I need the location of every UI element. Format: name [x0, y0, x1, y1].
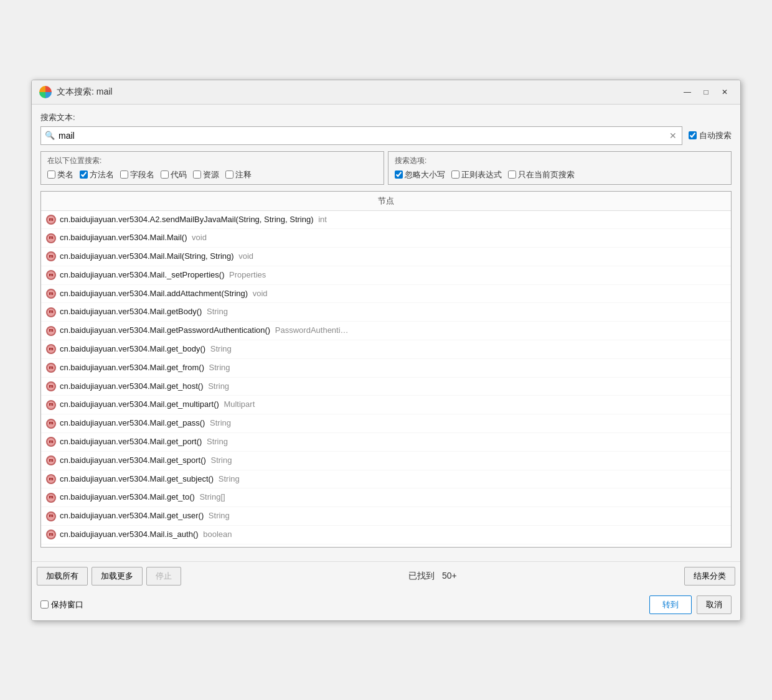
table-row[interactable]: m cn.baidujiayuan.ver5304.Mail.Mail(Stri…: [41, 248, 731, 266]
load-more-button[interactable]: 加载更多: [92, 567, 143, 586]
result-path: cn.baidujiayuan.ver5304.Mail.get_user(): [60, 510, 204, 523]
table-row[interactable]: m cn.baidujiayuan.ver5304.Mail.addAttach…: [41, 285, 731, 304]
result-path: cn.baidujiayuan.ver5304.Mail.is_auth(): [60, 528, 199, 541]
window-title: 文本搜索: mail: [57, 86, 112, 98]
checkbox-ignore-case[interactable]: 忽略大小写: [395, 169, 445, 180]
checkbox-ignore-case-input[interactable]: [395, 170, 403, 179]
found-prefix: 已找到: [408, 571, 435, 581]
app-icon: [39, 86, 52, 98]
result-path: cn.baidujiayuan.ver5304.Mail.get_subject…: [60, 473, 214, 486]
result-path: cn.baidujiayuan.ver5304.Mail.get_from(): [60, 362, 204, 375]
restore-button[interactable]: □: [698, 85, 714, 99]
table-row[interactable]: m cn.baidujiayuan.ver5304.Mail.get_user(…: [41, 507, 731, 526]
checkbox-resource[interactable]: 资源: [193, 169, 219, 180]
cancel-button[interactable]: 取消: [697, 595, 732, 614]
categorize-button[interactable]: 结果分类: [684, 567, 735, 586]
window-controls: — □ ✕: [679, 85, 733, 99]
result-path: cn.baidujiayuan.ver5304.Mail.get_body(): [60, 343, 205, 356]
table-row[interactable]: m cn.baidujiayuan.ver5304.Mail.get_host(…: [41, 378, 731, 396]
results-list[interactable]: m cn.baidujiayuan.ver5304.A2.sendMailByJ…: [41, 211, 731, 547]
stop-button[interactable]: 停止: [146, 567, 181, 586]
method-icon: m: [46, 251, 56, 261]
method-icon: m: [46, 307, 56, 317]
search-icon: 🔍: [45, 131, 55, 140]
result-return: String: [207, 362, 230, 375]
table-row[interactable]: m cn.baidujiayuan.ver5304.Mail.get_from(…: [41, 359, 731, 378]
table-row[interactable]: m cn.baidujiayuan.ver5304.Mail.get_pass(…: [41, 414, 731, 433]
results-panel: 节点 m cn.baidujiayuan.ver5304.A2.sendMail…: [40, 191, 732, 548]
result-path: cn.baidujiayuan.ver5304.Mail.getBody(): [60, 306, 202, 319]
table-row[interactable]: m cn.baidujiayuan.ver5304.Mail.get_port(…: [41, 433, 731, 452]
result-return: Properties: [227, 269, 266, 282]
checkbox-current-page[interactable]: 只在当前页搜索: [508, 169, 575, 180]
result-return: int: [316, 213, 327, 226]
checkbox-current-page-input[interactable]: [508, 170, 516, 179]
main-window: 文本搜索: mail — □ ✕ 搜索文本: 🔍 ✕ 自动搜索: [31, 80, 741, 621]
result-path: cn.baidujiayuan.ver5304.Mail.get_sport(): [60, 454, 206, 467]
method-icon: m: [46, 344, 56, 354]
table-row[interactable]: m cn.baidujiayuan.ver5304.A2.sendMailByJ…: [41, 211, 731, 230]
table-row[interactable]: m cn.baidujiayuan.ver5304.Mail.getPasswo…: [41, 322, 731, 340]
method-icon: m: [46, 455, 56, 465]
table-row[interactable]: m cn.baidujiayuan.ver5304.Mail.get_to() …: [41, 488, 731, 507]
table-row[interactable]: m cn.baidujiayuan.ver5304.Mail.get_multi…: [41, 396, 731, 414]
checkbox-regex[interactable]: 正则表达式: [451, 169, 502, 180]
checkbox-classname-input[interactable]: [47, 170, 55, 179]
checkbox-comment[interactable]: 注释: [225, 169, 252, 180]
method-icon: m: [46, 530, 56, 539]
footer-buttons: 转到 取消: [649, 595, 732, 614]
table-row[interactable]: m cn.baidujiayuan.ver5304.Mail.is_auth()…: [41, 526, 731, 544]
checkbox-code-input[interactable]: [161, 170, 169, 179]
result-return: String: [208, 343, 232, 356]
method-icon: m: [46, 215, 56, 225]
checkbox-classname[interactable]: 类名: [47, 169, 73, 180]
result-path: cn.baidujiayuan.ver5304.Mail.getPassword…: [60, 324, 270, 337]
search-clear-button[interactable]: ✕: [664, 126, 682, 145]
minimize-button[interactable]: —: [679, 85, 695, 99]
table-row[interactable]: m cn.baidujiayuan.ver5304.Mail.get_subje…: [41, 470, 731, 489]
result-return: String[]: [197, 491, 225, 504]
search-input[interactable]: [59, 131, 660, 141]
title-bar: 文本搜索: mail — □ ✕: [32, 80, 740, 105]
checkbox-fieldname[interactable]: 字段名: [120, 169, 154, 180]
auto-search-checkbox[interactable]: [689, 131, 697, 139]
checkbox-regex-input[interactable]: [451, 170, 459, 179]
result-return: void: [250, 287, 267, 301]
checkbox-code[interactable]: 代码: [161, 169, 187, 180]
method-icon: m: [46, 326, 56, 336]
footer-row: 保持窗口 转到 取消: [32, 590, 740, 620]
close-button[interactable]: ✕: [717, 85, 733, 99]
keep-window-checkbox[interactable]: [40, 600, 49, 609]
checkbox-resource-input[interactable]: [193, 170, 201, 179]
table-row[interactable]: m cn.baidujiayuan.ver5304.Mail.is_debugg…: [41, 544, 731, 547]
method-icon: m: [46, 437, 56, 447]
result-path: cn.baidujiayuan.ver5304.Mail.addAttachme…: [60, 287, 248, 301]
goto-button[interactable]: 转到: [649, 595, 692, 614]
checkbox-fieldname-input[interactable]: [120, 170, 128, 179]
result-path: cn.baidujiayuan.ver5304.Mail.get_port(): [60, 436, 202, 449]
method-icon: m: [46, 400, 56, 410]
result-return: String: [207, 417, 231, 430]
result-path: cn.baidujiayuan.ver5304.A2.sendMailByJav…: [60, 213, 314, 226]
table-row[interactable]: m cn.baidujiayuan.ver5304.Mail.Mail() vo…: [41, 229, 731, 248]
table-row[interactable]: m cn.baidujiayuan.ver5304.Mail.get_sport…: [41, 452, 731, 470]
result-path: cn.baidujiayuan.ver5304.Mail._setPropert…: [60, 269, 224, 282]
content-area: 搜索文本: 🔍 ✕ 自动搜索 在以下位置搜索: 类名: [32, 105, 740, 561]
checkbox-methodname-input[interactable]: [80, 170, 88, 179]
result-return: String: [216, 473, 240, 486]
checkbox-methodname[interactable]: 方法名: [80, 169, 114, 180]
search-options-title: 搜索选项:: [395, 156, 725, 166]
table-row[interactable]: m cn.baidujiayuan.ver5304.Mail._setPrope…: [41, 266, 731, 285]
checkbox-comment-input[interactable]: [225, 170, 233, 179]
search-location-checkboxes: 类名 方法名 字段名 代码: [47, 169, 377, 180]
result-path: cn.baidujiayuan.ver5304.Mail.get_multipa…: [60, 398, 219, 411]
auto-search-label[interactable]: 自动搜索: [689, 130, 732, 141]
load-all-button[interactable]: 加载所有: [37, 567, 88, 586]
keep-window-label[interactable]: 保持窗口: [40, 599, 83, 610]
found-count: 50+: [442, 571, 457, 581]
result-return: Multipart: [222, 398, 255, 411]
method-icon: m: [46, 474, 56, 484]
method-icon: m: [46, 493, 56, 503]
table-row[interactable]: m cn.baidujiayuan.ver5304.Mail.getBody()…: [41, 303, 731, 322]
table-row[interactable]: m cn.baidujiayuan.ver5304.Mail.get_body(…: [41, 340, 731, 359]
